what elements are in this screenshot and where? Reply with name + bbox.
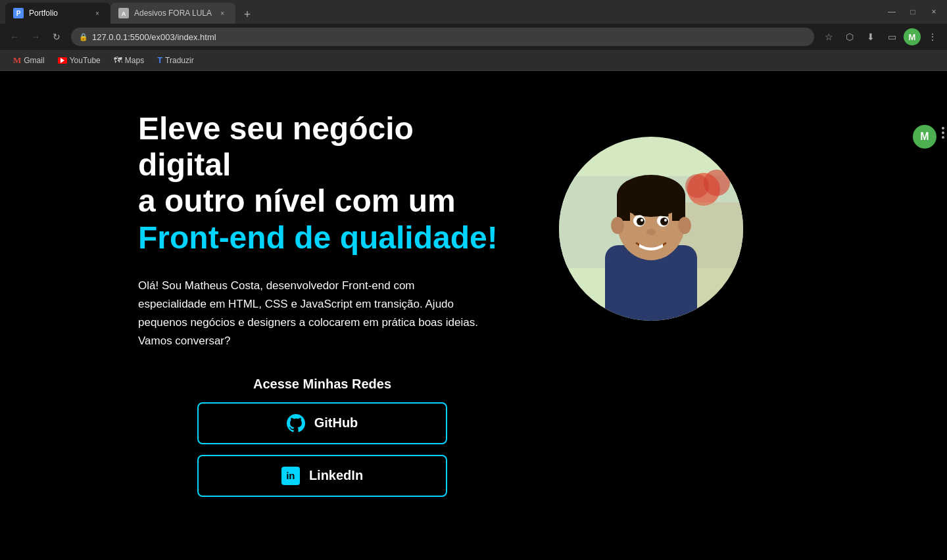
browser-chrome: P Portfolio × A Adesivos FORA LULA × + xyxy=(0,0,947,71)
url-text: 127.0.0.1:5500/ex003/index.html xyxy=(92,32,806,42)
tabs-container: P Portfolio × A Adesivos FORA LULA × + xyxy=(5,0,256,24)
download-button[interactable]: ⬇ xyxy=(862,28,880,46)
forward-button[interactable]: → xyxy=(26,28,45,46)
tab-portfolio-favicon: P xyxy=(13,8,24,18)
close-button[interactable]: × xyxy=(926,4,942,20)
svg-point-23 xyxy=(664,219,667,222)
github-button[interactable]: GitHub xyxy=(197,402,447,444)
back-button[interactable]: ← xyxy=(5,28,24,46)
maps-favicon-icon: 🗺 xyxy=(114,55,122,65)
address-bar[interactable]: 🔒 127.0.0.1:5500/ex003/index.html xyxy=(71,28,814,46)
bookmark-gmail[interactable]: M Gmail xyxy=(8,53,50,68)
tab-adesivos[interactable]: A Adesivos FORA LULA × xyxy=(110,3,235,24)
tab-adesivos-close[interactable]: × xyxy=(217,8,228,18)
content-left: Eleve seu negócio digital a outro nível … xyxy=(138,110,506,497)
navigation-bar: ← → ↻ 🔒 127.0.0.1:5500/ex003/index.html … xyxy=(0,24,947,50)
avatar xyxy=(559,137,743,321)
linkedin-button[interactable]: in LinkedIn xyxy=(197,455,447,497)
youtube-favicon-icon xyxy=(58,56,67,65)
content-right xyxy=(559,110,743,321)
svg-point-8 xyxy=(685,174,709,198)
github-button-label: GitHub xyxy=(314,415,358,431)
dot-1 xyxy=(942,127,944,129)
tab-portfolio[interactable]: P Portfolio × xyxy=(5,3,110,24)
menu-button[interactable]: ⋮ xyxy=(923,28,942,46)
title-bar: P Portfolio × A Adesivos FORA LULA × + xyxy=(0,0,947,24)
maximize-button[interactable]: □ xyxy=(905,4,921,20)
extensions-button[interactable]: ⬡ xyxy=(840,28,859,46)
svg-point-16 xyxy=(611,217,624,234)
traduzir-favicon-icon: T xyxy=(157,55,162,65)
bookmark-youtube-label: YouTube xyxy=(70,56,101,65)
bookmark-maps-label: Maps xyxy=(125,56,144,65)
tab-portfolio-title: Portfolio xyxy=(29,9,87,18)
tab-adesivos-title: Adesivos FORA LULA xyxy=(134,9,212,18)
avatar-photo xyxy=(559,137,743,321)
refresh-button[interactable]: ↻ xyxy=(47,28,66,46)
bookmarks-bar: M Gmail YouTube 🗺 Maps T Traduzir xyxy=(0,50,947,71)
svg-rect-14 xyxy=(617,195,630,221)
tab-adesivos-favicon: A xyxy=(118,8,129,18)
svg-rect-15 xyxy=(672,195,685,221)
bookmark-maps[interactable]: 🗺 Maps xyxy=(109,53,149,68)
dot-3 xyxy=(942,136,944,139)
hero-heading: Eleve seu negócio digital a outro nível … xyxy=(138,110,506,256)
svg-point-17 xyxy=(678,217,691,234)
social-heading: Acesse Minhas Redes xyxy=(253,377,391,392)
gmail-favicon-icon: M xyxy=(13,55,21,66)
hero-heading-line2: a outro nível com um xyxy=(138,183,456,218)
tab-portfolio-close[interactable]: × xyxy=(92,8,103,18)
new-tab-button[interactable]: + xyxy=(238,5,256,24)
nav-actions: ☆ ⬡ ⬇ ▭ M ⋮ xyxy=(819,28,942,46)
github-icon xyxy=(287,414,305,432)
svg-text:P: P xyxy=(16,10,21,17)
svg-point-21 xyxy=(660,218,668,225)
hero-heading-line1: Eleve seu negócio digital xyxy=(138,111,414,182)
dot-2 xyxy=(942,131,944,134)
bookmark-star-button[interactable]: ☆ xyxy=(819,28,838,46)
bookmark-traduzir-label: Traduzir xyxy=(165,56,194,65)
svg-point-26 xyxy=(646,229,656,235)
extension-profile-button[interactable]: M xyxy=(913,125,936,149)
bookmark-youtube[interactable]: YouTube xyxy=(53,53,106,68)
minimize-button[interactable]: — xyxy=(884,4,900,20)
hero-heading-highlight: Front-end de qualidade! xyxy=(138,220,498,255)
lock-icon: 🔒 xyxy=(79,33,88,41)
page-content: Eleve seu negócio digital a outro nível … xyxy=(0,71,947,560)
svg-point-20 xyxy=(637,218,644,225)
extension-menu-dots[interactable] xyxy=(942,127,944,139)
bookmark-traduzir[interactable]: T Traduzir xyxy=(152,53,199,68)
linkedin-button-label: LinkedIn xyxy=(309,468,363,483)
hero-description: Olá! Sou Matheus Costa, desenvolvedor Fr… xyxy=(138,277,480,350)
device-button[interactable]: ▭ xyxy=(883,28,901,46)
social-section: Acesse Minhas Redes GitHub in LinkedIn xyxy=(138,377,506,497)
bookmark-gmail-label: Gmail xyxy=(24,56,44,65)
linkedin-icon: in xyxy=(281,467,300,485)
window-controls: — □ × xyxy=(884,4,942,20)
profile-button[interactable]: M xyxy=(904,28,921,45)
svg-text:A: A xyxy=(122,11,126,17)
svg-point-22 xyxy=(641,219,643,222)
